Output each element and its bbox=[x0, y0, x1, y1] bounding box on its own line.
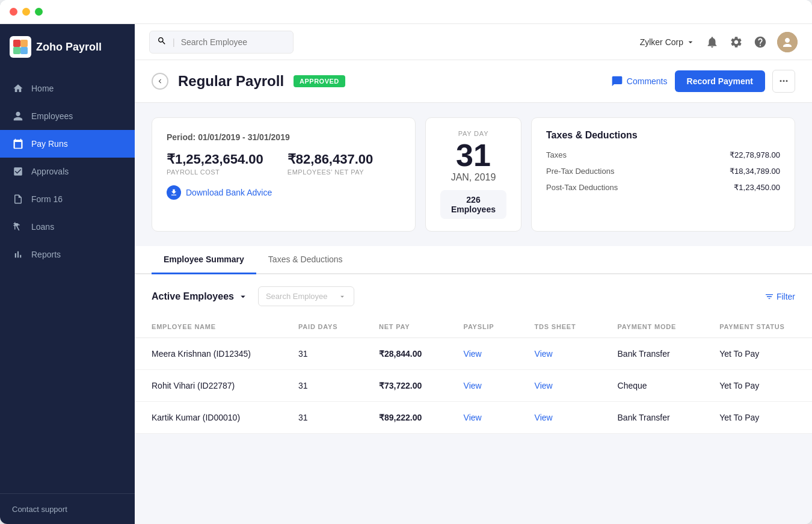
payment-status-3: Yet To Pay bbox=[703, 402, 812, 434]
payroll-cost-label: PAYROLL COST bbox=[167, 168, 263, 176]
header: | Zylker Corp bbox=[135, 24, 812, 60]
sidebar-item-reports[interactable]: Reports bbox=[0, 241, 135, 268]
company-selector[interactable]: Zylker Corp bbox=[640, 37, 695, 47]
page-actions: Comments Record Payment ··· bbox=[611, 70, 795, 93]
payslip-view-3[interactable]: View bbox=[447, 402, 518, 434]
col-paid-days: PAID DAYS bbox=[281, 316, 362, 338]
col-payslip: PAYSLIP bbox=[447, 316, 518, 338]
sidebar-item-home[interactable]: Home bbox=[0, 75, 135, 102]
download-bank-advice-button[interactable]: Download Bank Advice bbox=[167, 185, 401, 200]
logo-text: Zoho Payroll bbox=[36, 41, 102, 54]
sidebar-item-employees[interactable]: Employees bbox=[0, 102, 135, 130]
logo-icon bbox=[10, 36, 31, 58]
payment-mode-2: Cheque bbox=[601, 370, 703, 402]
sidebar-item-payruns-label: Pay Runs bbox=[31, 139, 68, 149]
close-button[interactable] bbox=[10, 8, 17, 16]
svg-rect-2 bbox=[13, 47, 20, 54]
net-pay-2: ₹73,722.00 bbox=[362, 370, 447, 402]
payment-status-2: Yet To Pay bbox=[703, 370, 812, 402]
sidebar-item-loans-label: Loans bbox=[31, 222, 54, 232]
paid-days-1: 31 bbox=[281, 338, 362, 370]
col-payment-mode: PAYMENT MODE bbox=[601, 316, 703, 338]
filter-button[interactable]: Filter bbox=[764, 292, 795, 301]
amounts-row: ₹1,25,23,654.00 PAYROLL COST ₹82,86,437.… bbox=[167, 152, 401, 176]
tds-view-1[interactable]: View bbox=[518, 338, 601, 370]
rupee-icon bbox=[12, 221, 24, 233]
settings-icon[interactable] bbox=[729, 35, 743, 49]
payday-day: 31 bbox=[440, 140, 506, 171]
sidebar: Zoho Payroll Home Employees bbox=[0, 24, 135, 524]
payment-mode-1: Bank Transfer bbox=[601, 338, 703, 370]
document-icon bbox=[12, 193, 24, 205]
download-label: Download Bank Advice bbox=[186, 188, 272, 197]
search-box[interactable]: | bbox=[149, 31, 294, 54]
tab-employee-summary-label: Employee Summary bbox=[164, 254, 244, 264]
more-options-button[interactable]: ··· bbox=[772, 70, 795, 93]
net-pay-block: ₹82,86,437.00 EMPLOYEES' NET PAY bbox=[288, 152, 373, 176]
payment-status-1: Yet To Pay bbox=[703, 338, 812, 370]
person-icon bbox=[12, 110, 24, 122]
active-employees-label: Active Employees bbox=[152, 291, 234, 302]
sidebar-item-approvals[interactable]: Approvals bbox=[0, 158, 135, 185]
period-label: Period: bbox=[167, 132, 195, 142]
comments-label: Comments bbox=[627, 76, 668, 86]
sidebar-item-reports-label: Reports bbox=[31, 250, 61, 259]
check-square-icon bbox=[12, 165, 24, 177]
payroll-cost-block: ₹1,25,23,654.00 PAYROLL COST bbox=[167, 152, 263, 176]
sidebar-item-employees-label: Employees bbox=[31, 111, 73, 121]
page-title: Regular Payroll bbox=[178, 73, 284, 90]
minimize-button[interactable] bbox=[22, 8, 30, 16]
tax-value-pretax: ₹18,34,789.00 bbox=[730, 167, 780, 176]
calendar-icon bbox=[12, 138, 24, 150]
paid-days-3: 31 bbox=[281, 402, 362, 434]
payslip-view-1[interactable]: View bbox=[447, 338, 518, 370]
employee-name-3: Kartik Kumar (ID00010) bbox=[135, 402, 281, 434]
contact-support-label[interactable]: Contact support bbox=[12, 505, 67, 514]
table-row: Meera Krishnan (ID12345) 31 ₹28,844.00 V… bbox=[135, 338, 812, 370]
tax-value-posttax: ₹1,23,450.00 bbox=[734, 183, 780, 192]
paid-days-2: 31 bbox=[281, 370, 362, 402]
tax-label-pretax: Pre-Tax Deductions bbox=[546, 167, 614, 176]
sidebar-item-form16-label: Form 16 bbox=[31, 194, 63, 204]
employees-count: 226 Employees bbox=[440, 190, 506, 219]
search-icon bbox=[157, 36, 167, 48]
tax-label-taxes: Taxes bbox=[546, 150, 567, 159]
table-area: Active Employees Search Employee Filter bbox=[135, 274, 812, 434]
sidebar-item-form16[interactable]: Form 16 bbox=[0, 185, 135, 213]
comments-button[interactable]: Comments bbox=[611, 75, 668, 87]
payslip-view-2[interactable]: View bbox=[447, 370, 518, 402]
back-button[interactable] bbox=[152, 73, 168, 90]
help-icon[interactable] bbox=[753, 35, 767, 49]
period-text: Period: 01/01/2019 - 31/01/2019 bbox=[167, 132, 401, 142]
tab-employee-summary[interactable]: Employee Summary bbox=[152, 246, 256, 274]
tax-value-taxes: ₹22,78,978.00 bbox=[730, 150, 780, 159]
sidebar-item-loans[interactable]: Loans bbox=[0, 213, 135, 241]
tab-taxes-deductions[interactable]: Taxes & Deductions bbox=[256, 246, 355, 274]
search-employee-placeholder: Search Employee bbox=[266, 292, 328, 301]
notifications-icon[interactable] bbox=[705, 35, 719, 49]
bar-chart-icon bbox=[12, 248, 24, 260]
col-tds-sheet: TDS SHEET bbox=[518, 316, 601, 338]
payday-month: JAN, 2019 bbox=[440, 172, 506, 183]
svg-rect-1 bbox=[20, 40, 28, 47]
search-employee-select[interactable]: Search Employee bbox=[258, 286, 354, 306]
home-icon bbox=[12, 82, 24, 94]
tds-view-3[interactable]: View bbox=[518, 402, 601, 434]
search-input[interactable] bbox=[181, 37, 286, 47]
payroll-cost-value: ₹1,25,23,654.00 bbox=[167, 152, 263, 167]
maximize-button[interactable] bbox=[35, 8, 43, 16]
filter-label: Filter bbox=[777, 292, 795, 301]
net-pay-3: ₹89,222.00 bbox=[362, 402, 447, 434]
record-payment-button[interactable]: Record Payment bbox=[675, 70, 765, 92]
tds-view-2[interactable]: View bbox=[518, 370, 601, 402]
sidebar-item-payruns[interactable]: Pay Runs bbox=[0, 130, 135, 158]
active-employees-dropdown[interactable]: Active Employees bbox=[152, 291, 248, 302]
table-toolbar: Active Employees Search Employee Filter bbox=[135, 274, 812, 306]
avatar[interactable] bbox=[777, 32, 798, 52]
payday-card: PAY DAY 31 JAN, 2019 226 Employees bbox=[425, 117, 521, 232]
col-payment-status: PAYMENT STATUS bbox=[703, 316, 812, 338]
sidebar-logo: Zoho Payroll bbox=[0, 24, 135, 70]
employee-name-2: Rohit Vihari (ID22787) bbox=[135, 370, 281, 402]
payment-mode-3: Bank Transfer bbox=[601, 402, 703, 434]
cards-area: Period: 01/01/2019 - 31/01/2019 ₹1,25,23… bbox=[135, 103, 812, 246]
